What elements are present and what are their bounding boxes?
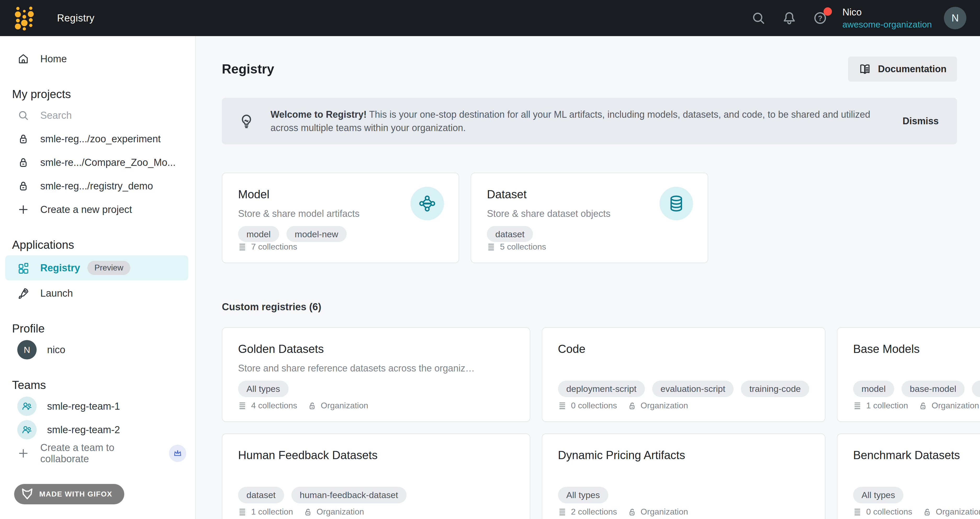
collections-count: 7 collections — [251, 242, 297, 252]
card-description — [558, 363, 809, 374]
sidebar: Home My projects smle-reg.../zoo_experim… — [0, 36, 196, 519]
registry-label: Registry — [40, 263, 80, 274]
user-avatar[interactable]: N — [944, 7, 966, 29]
wandb-logo-icon[interactable] — [15, 5, 34, 31]
registry-card-benchmark-datasets[interactable]: Benchmark Datasets All types 0 collectio… — [837, 433, 980, 519]
visibility: Organization — [308, 401, 368, 411]
card-tags: dataset — [487, 226, 692, 242]
lightbulb-icon — [239, 113, 254, 129]
help-button[interactable]: ? — [813, 10, 829, 26]
sidebar-item-profile[interactable]: N nico — [0, 338, 195, 361]
card-footer: 1 collection Organization — [853, 401, 980, 411]
search-icon — [751, 11, 767, 25]
custom-registries-grid: Golden Datasets Store and share referenc… — [222, 327, 957, 519]
create-project-label: Create a new project — [40, 204, 132, 215]
visibility-label: Organization — [932, 401, 979, 411]
registry-card-base-models[interactable]: Base Models model base-model pre-trained… — [837, 327, 980, 422]
sidebar-item-label: Home — [40, 53, 67, 65]
notifications-button[interactable] — [782, 10, 798, 26]
search-button[interactable] — [751, 10, 767, 26]
user-menu[interactable]: Nico awesome-organization — [842, 7, 932, 30]
card-footer: 5 collections — [487, 242, 692, 252]
unlock-icon — [628, 507, 637, 517]
visibility: Organization — [628, 401, 688, 411]
tag-pill: training-code — [741, 380, 809, 397]
sidebar-item-registry[interactable]: Registry Preview — [5, 255, 188, 280]
card-description — [558, 469, 809, 481]
create-team-button[interactable]: Create a team to collaborate — [0, 441, 195, 465]
tag-pill: pre-trained-model — [972, 380, 980, 397]
home-icon — [17, 53, 29, 65]
search-icon — [17, 109, 29, 121]
documentation-label: Documentation — [878, 64, 947, 75]
tag-pill: human-feedback-dataset — [291, 487, 407, 503]
lock-icon — [17, 133, 29, 145]
card-title: Benchmark Datasets — [853, 449, 980, 462]
unlock-icon — [918, 401, 928, 411]
notification-dot — [824, 7, 832, 16]
collections-list-icon — [238, 401, 248, 411]
unlock-icon — [308, 401, 317, 411]
card-description — [853, 363, 980, 374]
registry-card-model[interactable]: Model Store & share model artifacts mode… — [222, 173, 459, 263]
documentation-button[interactable]: Documentation — [848, 56, 957, 81]
card-tags: deployment-script evaluation-script trai… — [558, 380, 809, 397]
sidebar-team-item[interactable]: smle-reg-team-2 — [0, 418, 195, 441]
sidebar-item-launch[interactable]: Launch — [0, 282, 195, 305]
banner-title: Welcome to Registry! — [270, 109, 366, 120]
tag-pill: deployment-script — [558, 380, 645, 397]
unlock-icon — [923, 507, 932, 517]
unlock-icon — [304, 507, 313, 517]
visibility: Organization — [918, 401, 979, 411]
create-project-button[interactable]: Create a new project — [0, 198, 195, 221]
tag-pill: model-new — [286, 226, 347, 242]
sidebar-project-item[interactable]: smle-reg.../zoo_experiment — [0, 127, 195, 151]
unlock-icon — [628, 401, 637, 411]
registry-card-code[interactable]: Code deployment-script evaluation-script… — [542, 327, 826, 422]
card-title: Golden Datasets — [238, 342, 514, 355]
card-tags: All types — [558, 487, 809, 503]
card-footer: 4 collections Organization — [238, 401, 514, 411]
project-name: smle-reg.../registry_demo — [40, 180, 153, 192]
collections-list-icon — [238, 242, 248, 252]
visibility: Organization — [923, 507, 980, 517]
registry-card-human-feedback-datasets[interactable]: Human Feedback Datasets dataset human-fe… — [222, 433, 530, 519]
card-description: Store and share reference datasets acros… — [238, 363, 514, 374]
card-tags: model model-new — [238, 226, 443, 242]
banner-text: Welcome to Registry! This is your one-st… — [270, 108, 872, 134]
made-with-gifox-badge[interactable]: MADE WITH GIFOX — [14, 484, 124, 505]
sidebar-project-item[interactable]: smle-reg.../registry_demo — [0, 174, 195, 198]
plus-icon — [17, 447, 29, 459]
card-footer: 7 collections — [238, 242, 443, 252]
collections-count: 2 collections — [571, 507, 617, 517]
card-tags: dataset human-feedback-dataset — [238, 487, 514, 503]
card-title: Base Models — [853, 342, 980, 355]
card-footer: 0 collections Organization — [853, 507, 980, 517]
project-search-input[interactable] — [40, 110, 186, 121]
teams-heading: Teams — [0, 376, 195, 395]
visibility: Organization — [304, 507, 364, 517]
dismiss-button[interactable]: Dismiss — [899, 116, 942, 127]
collections-list-icon — [558, 507, 568, 517]
model-icon — [410, 187, 444, 220]
sidebar-item-home[interactable]: Home — [0, 47, 195, 71]
collections-list-icon — [853, 507, 862, 517]
profile-heading: Profile — [0, 319, 195, 338]
sidebar-team-item[interactable]: smle-reg-team-1 — [0, 395, 195, 418]
collections-list-icon — [853, 401, 862, 411]
registry-card-dynamic-pricing-artifacts[interactable]: Dynamic Pricing Artifacts All types 2 co… — [542, 433, 826, 519]
project-search — [0, 103, 195, 127]
card-title: Code — [558, 342, 809, 355]
registry-card-dataset[interactable]: Dataset Store & share dataset objects da… — [471, 173, 708, 263]
registry-card-golden-datasets[interactable]: Golden Datasets Store and share referenc… — [222, 327, 530, 422]
card-description — [853, 469, 980, 481]
book-icon — [859, 63, 871, 75]
profile-avatar: N — [17, 340, 37, 360]
collections-list-icon — [487, 242, 496, 252]
visibility-label: Organization — [936, 507, 980, 517]
welcome-banner: Welcome to Registry! This is your one-st… — [222, 98, 957, 145]
user-name: Nico — [842, 7, 932, 18]
collections-list-icon — [238, 507, 248, 517]
card-footer: 2 collections Organization — [558, 507, 809, 517]
sidebar-project-item[interactable]: smle-re.../Compare_Zoo_Mo... — [0, 151, 195, 174]
